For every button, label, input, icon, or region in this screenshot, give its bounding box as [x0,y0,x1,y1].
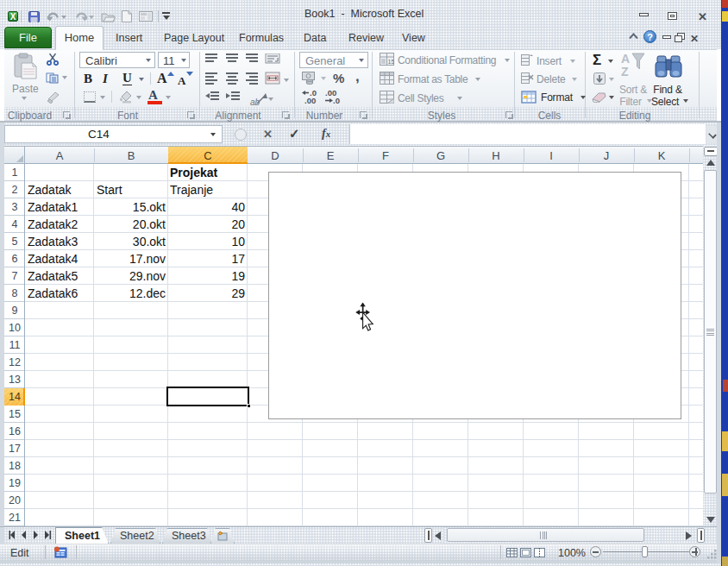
svg-text:.00: .00 [304,96,316,104]
svg-text:A: A [621,52,630,66]
svg-text:Z: Z [621,65,629,79]
svg-text:ab: ab [250,97,260,107]
svg-text:.0: .0 [333,96,340,104]
svg-text:15: 15 [388,59,395,65]
